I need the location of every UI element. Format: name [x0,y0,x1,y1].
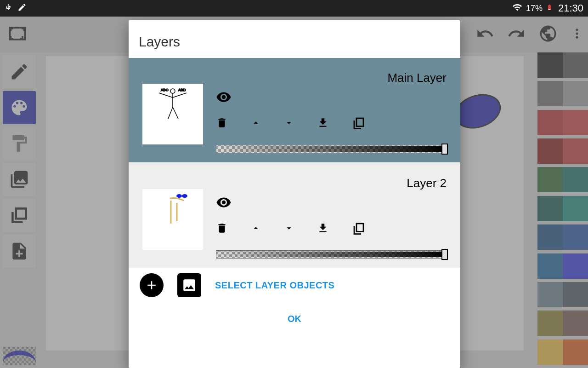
layer-thumbnail[interactable] [142,189,203,250]
delete-icon[interactable] [216,117,228,131]
add-image-layer-button[interactable] [177,273,201,297]
layer-name[interactable]: Layer 2 [407,172,447,194]
edit-icon [17,3,27,14]
move-up-icon[interactable] [251,223,261,235]
ok-button[interactable]: OK [129,303,460,335]
move-down-icon[interactable] [284,223,294,235]
android-status-bar: 17% 21:30 [0,0,588,17]
battery-percent: 17% [526,4,543,13]
visibility-icon[interactable] [216,89,232,107]
opacity-slider[interactable] [216,250,447,259]
duplicate-icon[interactable] [352,116,366,132]
visibility-icon[interactable] [216,195,232,212]
status-time: 21:30 [558,2,583,14]
svg-rect-10 [356,118,363,126]
layer-name[interactable]: Main Layer [387,67,447,89]
layers-dialog: Layers ABCABD Main Layer [129,20,460,368]
select-layer-objects-button[interactable]: SELECT LAYER OBJECTS [215,280,334,291]
merge-down-icon[interactable] [317,117,329,131]
usb-icon [5,2,12,15]
svg-rect-13 [356,224,363,232]
svg-point-12 [182,194,187,198]
merge-down-icon[interactable] [317,222,329,236]
svg-text:ABD: ABD [178,88,186,92]
move-down-icon[interactable] [284,118,294,130]
dialog-title: Layers [129,20,460,58]
slider-handle[interactable] [441,144,448,155]
wifi-icon [512,2,522,15]
svg-point-11 [176,194,182,198]
opacity-slider[interactable] [216,145,447,153]
move-up-icon[interactable] [251,118,261,130]
svg-point-7 [170,89,175,93]
add-layer-button[interactable] [140,273,164,297]
slider-handle[interactable] [441,249,448,260]
svg-rect-0 [548,9,551,10]
layer-item-main[interactable]: ABCABD Main Layer [129,58,460,162]
layer-thumbnail[interactable]: ABCABD [142,84,203,144]
delete-icon[interactable] [216,222,228,236]
duplicate-icon[interactable] [352,221,366,237]
battery-icon [546,2,553,15]
layer-item-2[interactable]: Layer 2 [129,163,460,268]
svg-text:ABC: ABC [161,88,169,92]
